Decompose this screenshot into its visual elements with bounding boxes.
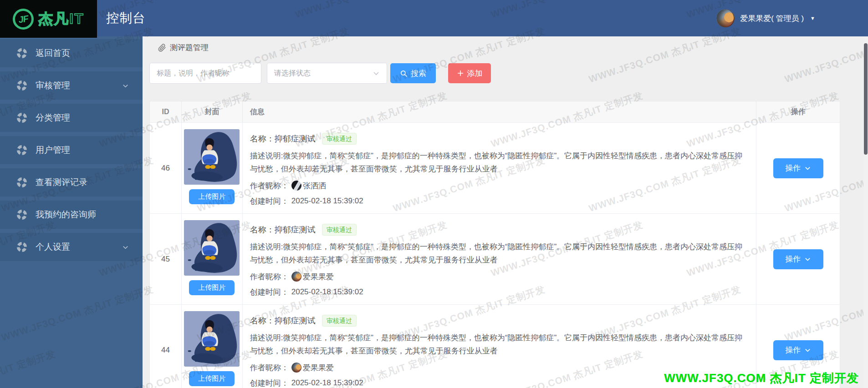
row-info-cell: 名称： 抑郁症测试 审核通过 描述说明:微笑抑郁症，简称“笑郁症”，是抑郁症的一… (243, 214, 757, 304)
table-body: 46 上传图片 (150, 122, 840, 388)
upload-image-button[interactable]: 上传图片 (189, 371, 235, 386)
cover-image (184, 311, 240, 367)
author-name: 爱果果爱 (303, 272, 334, 282)
author-label: 作者昵称： (250, 272, 289, 282)
page-title: 测评题管理 (170, 42, 209, 53)
chevron-down-icon (373, 70, 380, 77)
row-id-cell: 45 (150, 214, 182, 304)
name-label: 名称： (250, 315, 275, 326)
top-header: JF 杰凡IT 控制台 爱果果爱( 管理员 ) ▼ (0, 0, 868, 36)
sidebar-item-label: 用户管理 (36, 144, 70, 156)
app-window: JF 杰凡IT 控制台 爱果果爱( 管理员 ) ▼ 返回首页 审核管理 分类管理 (0, 0, 868, 388)
add-button-label: 添加 (467, 68, 483, 79)
circle-segment-icon (16, 80, 27, 91)
row-action-button[interactable]: 操作 (773, 158, 823, 178)
logo-text: 杰凡IT (38, 9, 84, 29)
chevron-down-icon (804, 256, 811, 262)
logo[interactable]: JF 杰凡IT (0, 0, 97, 38)
cover-image (184, 129, 240, 185)
sidebar-item-1[interactable]: 审核管理 (0, 71, 143, 100)
scrollbar-track[interactable] (863, 37, 868, 388)
created-time: 2025-02-18 15:39:02 (291, 197, 363, 206)
row-id-cell: 46 (150, 123, 182, 213)
row-action-cell: 操作 (756, 214, 840, 304)
circle-segment-icon (16, 209, 27, 220)
description-label: 描述说明: (250, 151, 283, 160)
status-select[interactable]: 请选择状态 (267, 63, 387, 84)
sidebar-item-4[interactable]: 查看测评记录 (0, 168, 143, 197)
row-action-button[interactable]: 操作 (773, 249, 823, 269)
upload-image-button[interactable]: 上传图片 (189, 189, 235, 204)
name-value: 抑郁症测试 (275, 224, 316, 235)
main-content: 测评题管理 请选择状态 搜索 添加 ID 封面 信息 操作 (143, 36, 863, 388)
created-time: 2025-02-18 15:39:02 (291, 287, 363, 297)
column-header-cover: 封面 (182, 101, 243, 122)
caret-down-icon: ▼ (810, 15, 815, 21)
add-button[interactable]: 添加 (448, 63, 491, 83)
logo-jf-icon: JF (11, 7, 35, 31)
created-label: 创建时间： (250, 378, 289, 388)
sidebar-item-label: 分类管理 (36, 112, 70, 124)
chevron-down-icon (122, 244, 129, 251)
author-label: 作者昵称： (250, 363, 289, 373)
created-label: 创建时间： (250, 196, 289, 207)
sidebar-item-2[interactable]: 分类管理 (0, 104, 143, 132)
user-menu[interactable]: 爱果果爱( 管理员 ) ▼ (716, 0, 815, 36)
sidebar-item-label: 返回首页 (36, 47, 70, 59)
author-avatar (291, 181, 301, 191)
footer-stamp: WWW.JF3Q.COM 杰凡IT 定制开发 (664, 370, 859, 386)
sidebar-item-label: 个人设置 (36, 241, 70, 253)
description-text: 微笑抑郁症，简称“笑郁症”，是抑郁症的一种特殊类型，也被称为“隐匿性抑郁症”。它… (250, 333, 742, 355)
avatar (716, 9, 735, 27)
sidebar-item-0[interactable]: 返回首页 (0, 39, 143, 67)
row-id: 46 (161, 164, 170, 173)
circle-segment-icon (16, 112, 27, 123)
search-input[interactable] (149, 63, 261, 84)
column-header-action: 操作 (756, 101, 840, 122)
row-action-label: 操作 (785, 345, 801, 355)
sidebar-item-6[interactable]: 个人设置 (0, 233, 143, 261)
evaluation-table: ID 封面 信息 操作 46 (149, 101, 840, 388)
search-button-label: 搜索 (411, 68, 426, 79)
description-text: 微笑抑郁症，简称“笑郁症”，是抑郁症的一种特殊类型，也被称为“隐匿性抑郁症”。它… (250, 242, 742, 264)
row-cover-cell: 上传图片 (182, 123, 243, 213)
sidebar-item-5[interactable]: 我预约的咨询师 (0, 201, 143, 229)
status-badge: 审核通过 (322, 315, 357, 327)
row-action-label: 操作 (785, 254, 801, 264)
column-header-id: ID (150, 101, 182, 122)
paperclip-icon (158, 44, 166, 52)
search-button[interactable]: 搜索 (390, 63, 436, 83)
sidebar-item-label: 查看测评记录 (36, 176, 87, 188)
row-action-button[interactable]: 操作 (773, 340, 823, 360)
row-id: 45 (161, 255, 170, 264)
description-text: 微笑抑郁症，简称“笑郁症”，是抑郁症的一种特殊类型，也被称为“隐匿性抑郁症”。它… (250, 151, 742, 173)
name-value: 抑郁症测试 (275, 315, 316, 326)
row-info-cell: 名称： 抑郁症测试 审核通过 描述说明:微笑抑郁症，简称“笑郁症”，是抑郁症的一… (243, 123, 757, 213)
author-avatar (291, 363, 301, 373)
description: 描述说明:微笑抑郁症，简称“笑郁症”，是抑郁症的一种特殊类型，也被称为“隐匿性抑… (250, 331, 749, 358)
plus-icon (457, 70, 464, 77)
author-name: 爱果果爱 (303, 363, 334, 373)
author-avatar (291, 272, 301, 282)
author-name: 张洒洒 (303, 181, 326, 191)
row-action-label: 操作 (785, 163, 801, 173)
status-badge: 审核通过 (322, 133, 357, 145)
upload-image-button[interactable]: 上传图片 (189, 280, 235, 295)
sidebar-item-label: 审核管理 (36, 80, 70, 91)
user-name: 爱果果爱( 管理员 ) (740, 13, 804, 24)
circle-segment-icon (16, 145, 27, 156)
breadcrumb: 测评题管理 (158, 42, 209, 53)
circle-segment-icon (16, 48, 27, 59)
cover-image (184, 220, 240, 276)
table-header: ID 封面 信息 操作 (150, 101, 840, 122)
sidebar-item-3[interactable]: 用户管理 (0, 136, 143, 164)
page-header-title: 控制台 (106, 0, 146, 36)
description: 描述说明:微笑抑郁症，简称“笑郁症”，是抑郁症的一种特殊类型，也被称为“隐匿性抑… (250, 149, 749, 176)
circle-segment-icon (16, 177, 27, 188)
table-row: 46 上传图片 (150, 122, 840, 213)
chevron-down-icon (122, 82, 129, 89)
row-id-cell: 44 (150, 305, 182, 388)
scrollbar-thumb[interactable] (864, 43, 868, 155)
status-select-placeholder: 请选择状态 (274, 69, 311, 78)
created-time: 2025-02-18 15:39:02 (291, 378, 363, 388)
